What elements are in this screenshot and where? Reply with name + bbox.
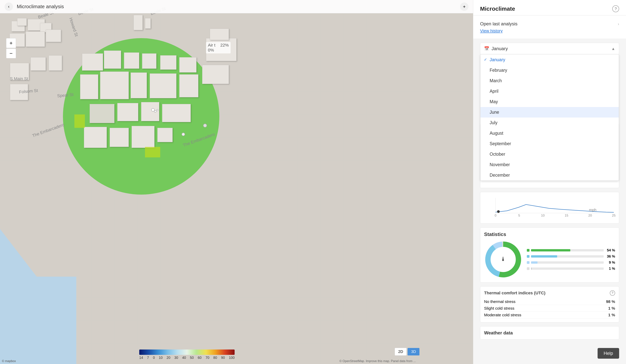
panel-actions: Open last analysis › View history <box>473 15 626 39</box>
building <box>82 53 103 71</box>
building <box>49 55 62 71</box>
scale-labels: 14 7 0 10 20 30 40 50 60 70 80 90 100 <box>139 356 235 360</box>
map-dot <box>154 110 156 113</box>
air-temp-label: Air t 22% 0% <box>206 42 231 53</box>
month-item-may[interactable]: May <box>480 97 619 107</box>
building <box>160 55 176 70</box>
weather-data-title: Weather data <box>484 330 615 336</box>
building <box>80 74 98 99</box>
map-dot <box>203 124 207 127</box>
view-2d-button[interactable]: 2D <box>395 348 407 356</box>
month-item-march[interactable]: March <box>480 76 619 86</box>
map-improve-text: © OpenStreetMap. Improve this map. Panel… <box>340 360 416 363</box>
month-item-october[interactable]: October <box>480 149 619 160</box>
svg-point-13 <box>497 210 500 213</box>
selected-month-label: January <box>492 46 508 51</box>
statistics-title: Statistics <box>484 231 615 237</box>
thermal-row-no-stress: No thermal stress 98 % <box>484 298 615 305</box>
month-item-july[interactable]: July <box>480 118 619 128</box>
thermal-comfort-section: Thermal comfort indices (UTC) ? No therm… <box>480 286 619 323</box>
month-item-september[interactable]: September <box>480 138 619 149</box>
thermal-row-slight-cold: Slight cold stress 1 % <box>484 305 615 312</box>
map-dot <box>182 133 185 136</box>
building <box>17 18 27 26</box>
legend-color-dot <box>527 255 529 258</box>
help-button[interactable]: Help <box>598 348 619 359</box>
legend-bar-fill <box>531 261 538 264</box>
thermal-help-icon[interactable]: ? <box>610 290 615 296</box>
stats-donut-container: 🌡 54 % 36 % <box>484 240 615 279</box>
legend-item-moderate-cold: 9 % <box>527 260 615 265</box>
legend-pct: 54 % <box>605 248 615 252</box>
building <box>110 128 129 147</box>
legend-pct: 9 % <box>605 260 615 265</box>
statistics-section: Statistics 🌡 <box>480 227 619 283</box>
open-last-analysis-link[interactable]: Open last analysis › <box>480 20 619 28</box>
month-dropdown-header[interactable]: 📅 January ▲ <box>480 43 619 54</box>
building <box>31 57 46 71</box>
svg-text:20: 20 <box>588 214 592 217</box>
legend-color-dot <box>527 249 529 252</box>
building <box>157 128 173 142</box>
month-item-november[interactable]: November <box>480 160 619 170</box>
highlight-zone <box>145 147 160 157</box>
map-dot <box>156 109 158 111</box>
legend-bar-bg <box>531 261 604 264</box>
panel-title: Microclimate <box>480 5 515 12</box>
zoom-out-button[interactable]: − <box>6 48 16 58</box>
building <box>84 127 107 148</box>
legend-item-other: 1 % <box>527 267 615 271</box>
building <box>133 15 143 30</box>
building <box>145 18 151 29</box>
color-scale-bar <box>139 350 235 355</box>
building <box>46 30 61 42</box>
building <box>179 57 196 73</box>
page-title: Microclimate analysis <box>17 4 64 9</box>
wind-speed-svg: mph 0 5 10 15 20 25 <box>484 196 618 219</box>
calendar-icon: 📅 <box>484 46 489 51</box>
building <box>162 104 191 122</box>
view-3d-button[interactable]: 3D <box>407 348 420 356</box>
month-item-february[interactable]: February <box>480 65 619 76</box>
view-history-link[interactable]: View history <box>480 28 619 34</box>
thermal-row-moderate-cold: Moderate cold stress 1 % <box>484 312 615 318</box>
add-button[interactable]: + <box>460 2 469 11</box>
map-attribution: © mapbox <box>2 360 16 363</box>
month-item-december[interactable]: December <box>480 170 619 180</box>
building <box>104 50 121 69</box>
month-item-january[interactable]: January <box>480 55 619 65</box>
building <box>131 73 147 98</box>
stats-legend: 54 % 36 % 9 % <box>527 248 615 271</box>
legend-bar-fill <box>531 267 532 270</box>
back-icon: ‹ <box>8 4 9 9</box>
svg-text:0: 0 <box>495 214 496 217</box>
weather-data-section: Weather data <box>480 326 619 340</box>
building <box>179 74 198 97</box>
back-button[interactable]: ‹ <box>4 2 13 11</box>
plus-icon: + <box>463 4 466 9</box>
highlight-zone <box>74 115 85 128</box>
map-area[interactable]: ‹ Microclimate analysis + Beale St Beale… <box>0 0 473 364</box>
legend-item-no-stress: 54 % <box>527 248 615 252</box>
month-dropdown[interactable]: 📅 January ▲ January February March April… <box>480 43 619 55</box>
legend-pct: 1 % <box>605 267 615 271</box>
building <box>124 52 139 69</box>
zoom-controls: + − <box>6 38 16 58</box>
month-item-august[interactable]: August <box>480 128 619 138</box>
building <box>210 29 229 40</box>
month-item-june[interactable]: June <box>480 107 619 118</box>
month-item-april[interactable]: April <box>480 86 619 97</box>
svg-text:5: 5 <box>518 214 520 217</box>
zoom-in-button[interactable]: + <box>6 38 16 48</box>
building <box>90 104 115 123</box>
building <box>202 65 229 84</box>
legend-bar-bg <box>531 255 604 258</box>
thermal-title-row: Thermal comfort indices (UTC) ? <box>484 290 615 296</box>
legend-pct: 36 % <box>605 254 615 258</box>
chevron-up-icon: ▲ <box>611 46 615 51</box>
road-label-main: S Main St <box>10 76 28 81</box>
panel-help-icon[interactable]: ? <box>612 5 619 12</box>
month-list: January February March April May June Ju… <box>480 54 619 181</box>
building <box>117 103 138 121</box>
svg-text:mph: mph <box>589 208 596 212</box>
